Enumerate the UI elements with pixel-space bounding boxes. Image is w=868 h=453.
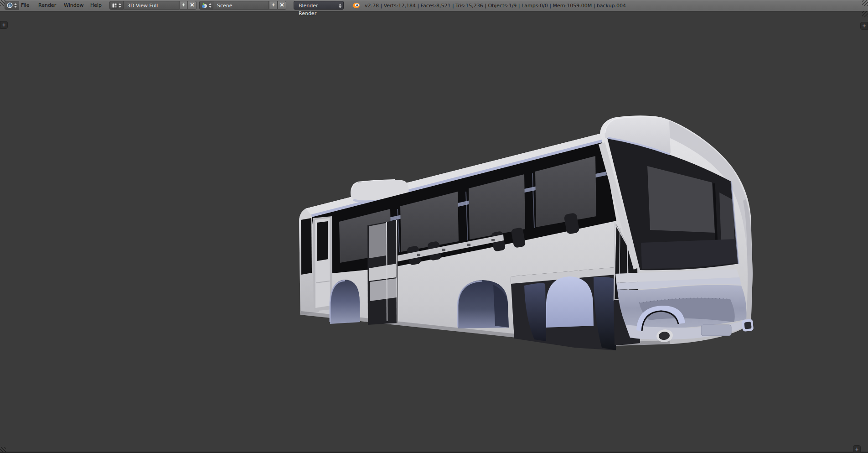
front-mask	[615, 269, 748, 340]
close-scene-button[interactable]: ✕	[278, 1, 286, 10]
editor-type-selector[interactable]	[5, 1, 19, 10]
screen-layout-icon	[112, 3, 117, 8]
bus-model[interactable]	[0, 0, 868, 453]
render-engine-dropdown[interactable]: Blender Render	[294, 1, 344, 10]
drive-wheel-arch	[458, 280, 509, 328]
info-header: File Render Window Help 3D View Full + ✕	[0, 0, 868, 11]
license-plate-recess	[701, 325, 731, 336]
blender-logo	[351, 2, 360, 9]
scene-icon-button[interactable]	[199, 1, 213, 10]
rear-wheel-arch	[330, 280, 360, 324]
area-corner-grip[interactable]	[862, 0, 868, 6]
fog-lamp	[742, 319, 754, 332]
middle-door-opening	[367, 220, 398, 325]
scene-statistics: v2.78 | Verts:12,184 | Faces:8,521 | Tri…	[365, 0, 626, 11]
menu-window[interactable]: Window	[62, 0, 85, 11]
screen-layout-icon-button[interactable]	[109, 1, 124, 10]
expand-region-button-bottom[interactable]: +	[853, 445, 861, 453]
add-screen-layout-button[interactable]: +	[179, 1, 188, 10]
scene-icon	[202, 3, 207, 8]
scene-name-field[interactable]: Scene	[213, 1, 269, 10]
menu-render[interactable]: Render	[36, 0, 58, 11]
screen-layout-name-field[interactable]: 3D View Full	[124, 1, 179, 10]
spinner-arrows-icon	[119, 3, 121, 8]
info-editor-icon	[7, 2, 13, 8]
expand-region-button-right[interactable]: +	[860, 22, 868, 30]
blender-window: File Render Window Help 3D View Full + ✕	[0, 0, 868, 453]
add-scene-button[interactable]: +	[269, 1, 278, 10]
close-screen-layout-button[interactable]: ✕	[188, 1, 196, 10]
render-engine-label: Blender Render	[299, 3, 318, 16]
menu-help[interactable]: Help	[88, 0, 103, 11]
spinner-arrows-icon	[339, 4, 341, 8]
menu-file[interactable]: File	[19, 0, 31, 11]
spinner-arrows-icon	[14, 3, 17, 8]
spinner-arrows-icon	[209, 3, 212, 8]
expand-region-button-left[interactable]: +	[0, 21, 8, 29]
far-wheel-box	[546, 276, 594, 328]
underfloor-opening	[511, 267, 616, 350]
